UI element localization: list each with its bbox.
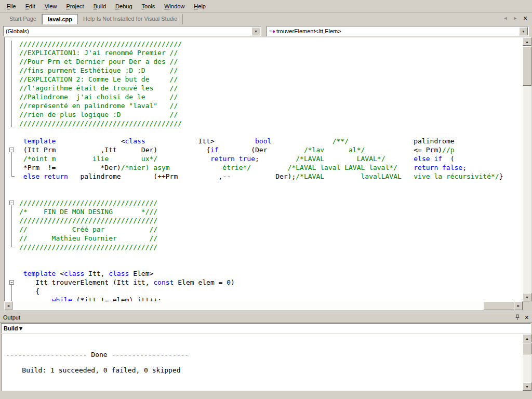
tab-scroll-right-icon[interactable]: ► (512, 16, 519, 21)
menu-file[interactable]: File (2, 2, 21, 11)
code-line[interactable]: //////////////////////////////////////// (19, 39, 182, 48)
fold-line-end (11, 176, 15, 177)
tab-laval-cpp[interactable]: laval.cpp (42, 14, 78, 24)
code-line[interactable]: /*oint m ilie ux*/ return true; /*LAVAL … (19, 154, 455, 163)
fold-line (11, 205, 12, 247)
code-line[interactable]: //l'agorithme était de trouvé les // (19, 84, 178, 92)
vscroll-thumb[interactable] (523, 343, 531, 354)
status-strip (0, 391, 532, 399)
vscroll-thumb[interactable] (523, 46, 531, 86)
code-line[interactable]: // Créé par // (19, 225, 157, 234)
scroll-left-icon[interactable]: ◄ (4, 301, 12, 310)
scroll-up-icon[interactable]: ▲ (523, 37, 531, 46)
chevron-down-icon[interactable]: ▼ (251, 27, 260, 35)
scroll-up-icon[interactable]: ▲ (523, 334, 531, 342)
fold-line-end (11, 247, 15, 247)
menu-edit[interactable]: Edit (21, 2, 40, 11)
code-editor[interactable]: − − − //////////////////////////////////… (4, 37, 523, 301)
code-line[interactable]: //EXPLICATION 2: Comme Le but de // (19, 75, 178, 84)
types-combo[interactable]: (Globals) ▼ (3, 26, 261, 36)
tab-help-is-not-installed-for-visual-studio[interactable]: Help Is Not Installed for Visual Studio (78, 14, 183, 24)
code-line[interactable]: template <class Itt> bool /**/ palindrom… (19, 137, 455, 145)
members-combo-value: trouverElement<Itt,Elem> (276, 28, 519, 34)
menu-window[interactable]: Window (159, 2, 189, 11)
types-combo-value: (Globals) (6, 28, 251, 34)
output-pane-value: Build (4, 325, 18, 331)
tab-close-icon[interactable]: × (522, 16, 529, 21)
code-line[interactable]: while (*itt != elem) itt++; (19, 296, 162, 301)
output-line: -------------------- Done --------------… (6, 351, 189, 359)
method-icon: ≡ (269, 29, 272, 34)
scroll-right-icon[interactable]: ► (514, 301, 523, 310)
chevron-down-icon[interactable]: ▼ (18, 325, 24, 331)
code-line[interactable]: { (19, 287, 39, 296)
code-line[interactable]: //fins purment Esthétique :D :D // (19, 66, 178, 75)
code-line[interactable]: //////////////////////////////////////// (19, 119, 182, 128)
scroll-down-icon[interactable]: ▼ (523, 293, 531, 301)
code-line[interactable]: //rien de plus logique :D // (19, 110, 178, 119)
output-title: Output (3, 314, 514, 321)
code-line[interactable]: Itt trouverElement (Itt itt, const Elem … (19, 278, 235, 287)
fold-line-end (11, 127, 15, 127)
tab-list: Start Pagelaval.cppHelp Is Not Installed… (4, 14, 183, 24)
code-line[interactable]: ////////////////////////////////// (19, 198, 157, 207)
code-line[interactable]: // Mathieu Fournier // (19, 234, 157, 243)
code-line[interactable]: //EXPLICATION1: J'ai renommé Premier // (19, 48, 178, 57)
editor-vscrollbar[interactable]: ▲ ▼ (523, 37, 531, 301)
menu-debug[interactable]: Debug (111, 2, 137, 11)
pin-icon[interactable] (514, 314, 521, 321)
code-line[interactable]: /* FIN DE MON DESING */// (19, 207, 157, 216)
output-close-icon[interactable]: × (525, 315, 529, 320)
members-combo[interactable]: ≡ ♦ trouverElement<Itt,Elem> ▼ (267, 26, 529, 36)
fold-toggle[interactable]: − (9, 280, 14, 285)
code-line[interactable]: //représenté en palindrome "laval" // (19, 101, 178, 110)
menu-build[interactable]: Build (89, 2, 111, 11)
code-line[interactable]: else return palindrome (++Prm ,-- Der);/… (19, 172, 503, 181)
code-line[interactable]: //Palindrome j'ai choisi de le // (19, 92, 178, 101)
output-title-bar: Output × (0, 312, 532, 323)
code-line[interactable]: template <class Itt, class Elem> (19, 269, 153, 278)
menu-bar: FileEditViewProjectBuildDebugToolsWindow… (0, 0, 532, 12)
fold-line (11, 285, 12, 301)
output-vscrollbar[interactable]: ▲ ▼ (523, 334, 531, 391)
tab-start-page[interactable]: Start Page (4, 14, 42, 24)
output-pane-combo[interactable]: Build ▼ (1, 323, 531, 334)
navigation-bar: (Globals) ▼ ≡ ♦ trouverElement<Itt,Elem>… (0, 24, 532, 38)
menu-view[interactable]: View (40, 2, 62, 11)
tab-nav: ◄ ► × (502, 16, 529, 21)
tab-strip: Start Pagelaval.cppHelp Is Not Installed… (0, 13, 532, 24)
tab-scroll-left-icon[interactable]: ◄ (502, 16, 509, 21)
output-line: Build: 1 succeeded, 0 failed, 0 skipped (6, 366, 181, 375)
code-line[interactable]: *Prm != *Der)/*nier) asym étrie*/ /*LAVA… (19, 163, 467, 172)
scroll-down-icon[interactable]: ▼ (523, 382, 531, 391)
editor-hscrollbar[interactable]: ◄ ► (4, 301, 523, 310)
fold-line (11, 152, 12, 176)
code-line[interactable]: ////////////////////////////////// (19, 216, 157, 225)
code-line[interactable]: //Pour Prm et Dernier pour Der a des // (19, 57, 178, 66)
menu-help[interactable]: Help (189, 2, 210, 11)
method-diamond-icon: ♦ (272, 28, 275, 34)
menu-tools[interactable]: Tools (137, 2, 160, 11)
output-content[interactable]: -------------------- Done --------------… (1, 334, 523, 391)
chevron-down-icon[interactable]: ▼ (519, 27, 528, 35)
hscroll-thumb[interactable] (483, 301, 514, 310)
fold-toggle[interactable]: − (9, 201, 14, 205)
menu-project[interactable]: Project (61, 2, 88, 11)
fold-line (11, 41, 12, 127)
fold-toggle[interactable]: − (9, 148, 14, 152)
scrollbar-corner (523, 301, 532, 310)
code-line[interactable]: (Itt Prm ,Itt Der) {if (Der /*lav al*/ <… (19, 145, 455, 154)
code-line[interactable]: ////////////////////////////////// (19, 243, 157, 251)
